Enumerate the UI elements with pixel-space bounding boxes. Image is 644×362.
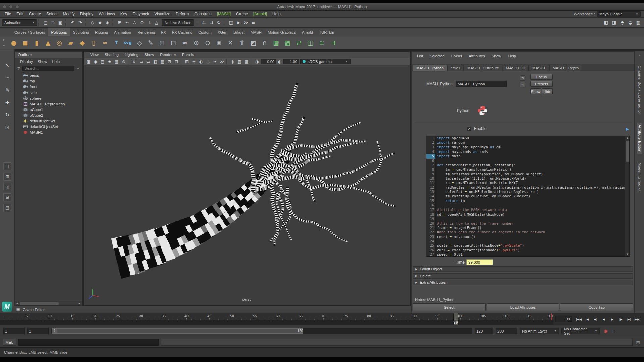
range-slider-bar[interactable]: 1 120 <box>52 328 303 334</box>
snap-projected-center-icon[interactable]: ⊙ <box>138 19 146 26</box>
outliner-item-side[interactable]: side <box>15 89 82 95</box>
frame-all-icon[interactable]: ⊞ <box>183 58 190 65</box>
shelf-tab-custom[interactable]: Custom <box>195 28 215 36</box>
code-line[interactable]: import openMASH <box>437 136 625 140</box>
section-falloff-object[interactable]: ▶Falloff Object <box>413 266 633 272</box>
animation-start-input[interactable] <box>3 328 25 334</box>
outliner-item-mash1[interactable]: MASH1 <box>15 129 82 135</box>
open-scene-icon[interactable]: ⊐ <box>49 19 57 26</box>
outliner-item-defaultobjectset[interactable]: defaultObjectSet <box>15 124 82 129</box>
shelf-tab-curves-surfaces[interactable]: Curves / Surfaces <box>11 28 48 36</box>
step-back-key-button[interactable]: ◀| <box>592 315 599 323</box>
input-connections-icon[interactable]: ⇇ <box>200 19 208 26</box>
shelf-options-icon[interactable]: ≡ <box>1 43 6 48</box>
viewport-menu-panels[interactable]: Panels <box>179 53 197 57</box>
ae-menu-selected[interactable]: Selected <box>426 54 448 58</box>
shelf-tab-motion-graphics[interactable]: Motion Graphics <box>265 28 299 36</box>
section-extra-attributes[interactable]: ▶Extra Attributes <box>413 280 633 285</box>
menu-deform[interactable]: Deform <box>173 11 192 18</box>
menu-cache[interactable]: Cache <box>233 11 251 18</box>
select-camera-icon[interactable]: ▣ <box>85 58 92 65</box>
code-line[interactable]: import maya.api.OpenMaya as om <box>437 145 625 149</box>
execute-icon[interactable]: ▶ <box>626 127 629 131</box>
command-language-toggle[interactable]: MEL <box>3 339 16 346</box>
show-button[interactable]: Show <box>530 88 541 94</box>
move-tool-icon[interactable]: ✚ <box>3 98 12 107</box>
step-back-frame-button[interactable]: |◀ <box>583 315 591 323</box>
step-forward-frame-button[interactable]: ▶| <box>625 315 633 323</box>
mirror-icon[interactable]: ⇄ <box>293 37 305 48</box>
collapse-icon[interactable]: » <box>638 53 640 57</box>
safe-title-icon[interactable]: ⊟ <box>173 58 180 65</box>
code-line[interactable]: import random <box>437 140 625 145</box>
ae-menu-focus[interactable]: Focus <box>448 54 465 58</box>
range-end-grip[interactable]: 120 <box>298 329 303 333</box>
section-delete[interactable]: ▶Delete <box>413 273 633 279</box>
anti-aliasing-icon[interactable]: ≈ <box>212 58 218 65</box>
hide-button[interactable]: Hide <box>542 88 553 94</box>
type-tool-icon[interactable]: T <box>111 37 122 48</box>
bevel-icon[interactable]: ◩ <box>248 37 259 48</box>
menu-modify[interactable]: Modify <box>60 11 77 18</box>
menu-select[interactable]: Select <box>44 11 60 18</box>
ae-tab-mash1-repro[interactable]: MASH1_Repro <box>549 65 582 71</box>
shelf-tab-fx[interactable]: FX <box>158 28 169 36</box>
list-mode-icon[interactable]: ▾ <box>76 66 80 71</box>
outliner-item-top[interactable]: top <box>15 78 82 84</box>
menu-playback[interactable]: Playback <box>130 11 152 18</box>
toggle-tool-settings-icon[interactable]: ◒ <box>627 19 634 26</box>
ambient-occlusion-icon[interactable]: ◌ <box>205 58 211 65</box>
viewport-menu-shading[interactable]: Shading <box>102 53 122 57</box>
command-input[interactable] <box>18 339 159 346</box>
sculpt-tool-icon[interactable]: ✎ <box>145 37 156 48</box>
colorspace-dropdown[interactable]: sRGB gamma▼ <box>300 59 351 64</box>
pin-icon[interactable]: ⊐ <box>520 75 525 81</box>
range-slider-track[interactable]: 1 120 <box>51 328 472 334</box>
wireframe-on-shaded-icon[interactable]: ▩ <box>243 58 250 65</box>
playback-start-input[interactable] <box>27 328 49 334</box>
render-current-frame-icon[interactable]: ▶ <box>235 19 242 26</box>
viewport-3d-view[interactable]: persp <box>84 65 410 304</box>
separate-icon[interactable]: ⊟ <box>168 37 179 48</box>
scrollbar-thumb[interactable] <box>20 302 59 305</box>
panel-menu-icon[interactable]: ▤ <box>15 307 21 312</box>
menu-set-dropdown[interactable]: Animation ▼ <box>2 19 37 26</box>
toggle-modeling-toolkit-icon[interactable]: ◧ <box>602 19 610 26</box>
outliner-item-defaultlightset[interactable]: defaultLightSet <box>15 118 82 124</box>
outliner-item-pcube2[interactable]: pCube2 <box>15 112 82 118</box>
menu-constrain[interactable]: Constrain <box>192 11 214 18</box>
code-line[interactable] <box>437 239 625 243</box>
workspace-dropdown[interactable]: Maya Classic ▼ <box>597 11 641 17</box>
sidebar-tab-channel-box-layer-editor[interactable]: Channel Box / Layer Editor <box>638 66 642 114</box>
ae-menu-attributes[interactable]: Attributes <box>465 54 488 58</box>
code-line[interactable]: count = md.count() <box>437 235 625 239</box>
ae-menu-help[interactable]: Help <box>504 54 519 58</box>
code-line[interactable]: eulerRot = om.MEulerRotation(radAngles, … <box>437 190 625 194</box>
menu-visualize[interactable]: Visualize <box>152 11 173 18</box>
layout-single-pane-button[interactable]: □ <box>3 162 11 170</box>
make-live-mesh-icon[interactable]: ▩ <box>282 37 293 48</box>
grid-toggle-icon[interactable]: # <box>131 58 138 65</box>
presets-button[interactable]: Presets <box>530 81 553 87</box>
shelf-tab-menu-icon[interactable]: ▾ <box>1 38 6 42</box>
undo-icon[interactable]: ↶ <box>69 19 76 26</box>
bridge-icon[interactable]: ∩ <box>259 37 270 48</box>
outliner-item-persp[interactable]: persp <box>15 72 82 78</box>
isolate-select-icon[interactable]: ◎ <box>229 58 236 65</box>
select-tool-icon[interactable]: ↖ <box>3 61 12 70</box>
multi-cut-icon[interactable]: ✕ <box>225 37 236 48</box>
poly-helix-icon[interactable]: ≈ <box>99 37 111 48</box>
ae-tab-mash1-python[interactable]: MASH1_Python <box>413 65 447 71</box>
anim-layer-dropdown[interactable]: No Anim Layer ▼ <box>520 328 559 334</box>
ae-tab-mash1[interactable]: MASH1 <box>529 65 549 71</box>
outliner-item-mash1-repromesh[interactable]: MASH1_ReproMesh <box>15 101 82 107</box>
code-line[interactable]: speed = 0.01 <box>437 252 625 256</box>
shelf-tab-bifrost[interactable]: Bifrost <box>230 28 248 36</box>
code-line[interactable]: #and this gets the number of objects in … <box>437 230 625 234</box>
boolean-union-icon[interactable]: ⊕ <box>191 37 202 48</box>
ae-menu-show[interactable]: Show <box>488 54 505 58</box>
scrollbar-thumb[interactable] <box>626 141 629 162</box>
script-editor-icon[interactable]: ▤ <box>635 339 641 346</box>
exposure-input[interactable] <box>261 59 276 64</box>
outliner-menu-display[interactable]: Display <box>18 60 35 64</box>
